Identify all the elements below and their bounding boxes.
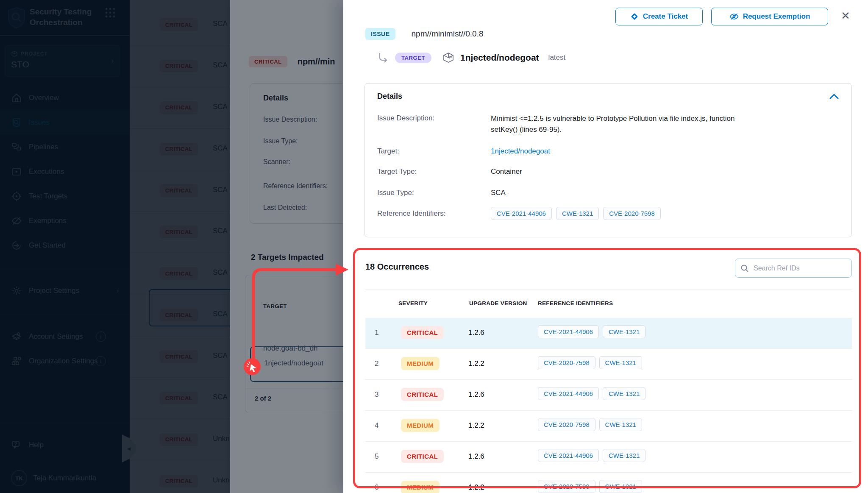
ref-id-chip[interactable]: CWE-1321 — [603, 325, 645, 338]
sidebar-item-test-targets[interactable]: Test Targets — [0, 184, 130, 209]
close-icon[interactable]: ✕ — [838, 8, 853, 23]
ref-id-chip[interactable]: CVE-2020-7598 — [538, 356, 595, 369]
sidebar-item-project-settings[interactable]: Project Settings › — [0, 279, 130, 303]
sidebar-item-help[interactable]: ? Help — [0, 433, 130, 457]
sto-shield-logo-icon — [7, 7, 26, 29]
target-column-header: TARGET — [263, 303, 287, 309]
ref-id-chip[interactable]: CVE-2021-44906 — [538, 325, 599, 338]
collapse-arrow-icon: ◀ — [127, 446, 131, 451]
avatar: TK — [11, 470, 27, 486]
severity-badge: CRITICAL — [160, 433, 198, 446]
ref-id-chip[interactable]: CVE-2021-44906 — [538, 387, 599, 400]
target-badge: TARGET — [395, 53, 431, 63]
occurrence-row[interactable]: 6 MEDIUM 1.2.2 CVE-2020-7598CWE-1321 — [365, 473, 852, 493]
ref-id-chip[interactable]: CWE-1321 — [599, 356, 642, 369]
sidebar-item-organization-settings[interactable]: Organization Settings i — [0, 349, 130, 373]
sidebar-item-get-started[interactable]: Get Started — [0, 233, 130, 258]
issue-row[interactable]: CRITICALSCA — [130, 378, 230, 419]
search-box — [735, 259, 852, 278]
issue-row[interactable]: CRITICALSCA — [130, 87, 230, 129]
severity-badge: MEDIUM — [401, 481, 440, 493]
ref-id-chip[interactable]: CWE-1321 — [599, 480, 642, 493]
issue-title-truncated: npm//min — [298, 57, 335, 67]
eye-off-icon — [729, 13, 739, 20]
user-menu[interactable]: TK Teja Kummarikuntla — [0, 466, 130, 490]
sidebar-item-label: Exemptions — [29, 217, 67, 225]
sidebar-item-exemptions[interactable]: Exemptions — [0, 209, 130, 233]
sidebar-item-issues[interactable]: Issues — [0, 110, 130, 135]
target-name: 1njected/nodegoat — [460, 53, 539, 63]
ref-id-chip[interactable]: CWE-1321 — [556, 207, 599, 220]
sidebar-item-account-settings[interactable]: Account Settings i — [0, 325, 130, 348]
issue-row[interactable]: CRITICALSCA — [130, 46, 230, 87]
create-ticket-button[interactable]: Create Ticket — [615, 8, 703, 25]
ref-id-chip[interactable]: CVE-2020-7598 — [538, 418, 595, 431]
sidebar-divider — [0, 35, 130, 36]
issue-row[interactable]: CRITICALSCA — [130, 212, 230, 253]
details-card: Details Issue Description: Minimist <=1.… — [364, 83, 852, 237]
project-label: PROJECT — [21, 51, 48, 57]
severity-badge: CRITICAL — [401, 388, 444, 401]
issue-row[interactable]: CRITICALUnkn — [130, 461, 230, 493]
help-chat-icon: ? — [11, 440, 22, 451]
ref-id-chip[interactable]: CVE-2021-44906 — [538, 449, 599, 462]
severity-badge: CRITICAL — [160, 101, 198, 114]
target-row-selected[interactable]: 1njected/nodegoat — [250, 346, 343, 382]
details-heading: Details — [377, 92, 402, 101]
selected-row-outline — [149, 289, 231, 326]
ref-id-chip[interactable]: CWE-1321 — [599, 418, 642, 431]
targets-impacted-heading: 2 Targets Impacted — [251, 253, 324, 262]
sidebar-item-label: Project Settings — [29, 287, 79, 295]
issue-row[interactable]: CRITICALUnkn — [130, 419, 230, 461]
severity-badge: CRITICAL — [160, 350, 198, 363]
occurrences-drawer: Create Ticket Request Exemption ✕ ISSUE … — [343, 0, 868, 493]
issue-row[interactable]: CRITICALSCA — [130, 253, 230, 295]
severity-badge: CRITICAL — [401, 326, 444, 339]
severity-badge: CRITICAL — [160, 475, 198, 487]
sidebar-item-label: Pipelines — [29, 143, 58, 151]
info-icon: i — [96, 331, 106, 342]
chevron-right-icon: › — [111, 56, 114, 65]
issue-row[interactable]: CRITICALSCA — [130, 4, 230, 46]
organization-settings-icon — [11, 356, 22, 367]
chevron-up-icon[interactable] — [829, 93, 839, 100]
ticket-diamond-icon — [630, 12, 639, 21]
issue-row[interactable]: CRITICALSCA — [130, 170, 230, 212]
sidebar-item-pipelines[interactable]: Pipelines — [0, 135, 130, 159]
occurrence-row[interactable]: 4 MEDIUM 1.2.2 CVE-2020-7598CWE-1321 — [365, 411, 852, 442]
targets-table: TARGET node.goat-bd_dh 1njected/nodegoat… — [245, 275, 343, 413]
occurrence-row[interactable]: 1 CRITICAL 1.2.6 CVE-2021-44906CWE-1321 — [365, 318, 852, 349]
sidebar-item-executions[interactable]: Executions — [0, 159, 130, 184]
cube-icon — [11, 50, 18, 57]
severity-badge: MEDIUM — [401, 419, 440, 432]
project-selector[interactable]: PROJECT STO › — [5, 45, 120, 77]
occurrence-row[interactable]: 5 CRITICAL 1.2.6 CVE-2021-44906CWE-1321 — [365, 442, 852, 473]
ref-id-chip[interactable]: CWE-1321 — [603, 449, 645, 462]
chevron-right-icon: › — [117, 287, 119, 295]
pagination: 2 of 2 — [255, 395, 271, 402]
sidebar-item-label: Account Settings — [29, 332, 83, 341]
issue-row[interactable]: CRITICALSCA — [130, 336, 230, 378]
container-cube-icon — [442, 52, 454, 64]
branch-arrow-icon — [378, 52, 389, 63]
ref-id-chip[interactable]: CWE-1321 — [603, 387, 645, 400]
target-link[interactable]: 1njected/nodegoat — [491, 147, 550, 156]
ref-id-chip[interactable]: CVE-2020-7598 — [538, 480, 595, 493]
divider — [245, 389, 343, 389]
target-icon — [11, 191, 22, 202]
sidebar-divider — [0, 423, 130, 423]
severity-badge: CRITICAL — [160, 267, 198, 280]
ref-id-chip[interactable]: CVE-2020-7598 — [603, 207, 661, 220]
occurrence-row[interactable]: 3 CRITICAL 1.2.6 CVE-2021-44906CWE-1321 — [365, 380, 852, 411]
severity-badge: MEDIUM — [401, 357, 440, 370]
request-exemption-button[interactable]: Request Exemption — [711, 8, 828, 25]
issue-type-value: SCA — [491, 189, 506, 197]
issues-shield-icon — [11, 117, 22, 128]
search-input[interactable] — [753, 264, 846, 273]
sidebar-item-overview[interactable]: Overview — [0, 86, 130, 110]
ref-id-chip[interactable]: CVE-2021-44906 — [491, 207, 552, 220]
occurrence-row[interactable]: 2 MEDIUM 1.2.2 CVE-2020-7598CWE-1321 — [365, 349, 852, 380]
sidebar-divider — [0, 268, 130, 269]
issue-row[interactable]: CRITICALSCA — [130, 129, 230, 170]
app-switcher-icon[interactable] — [104, 7, 116, 19]
